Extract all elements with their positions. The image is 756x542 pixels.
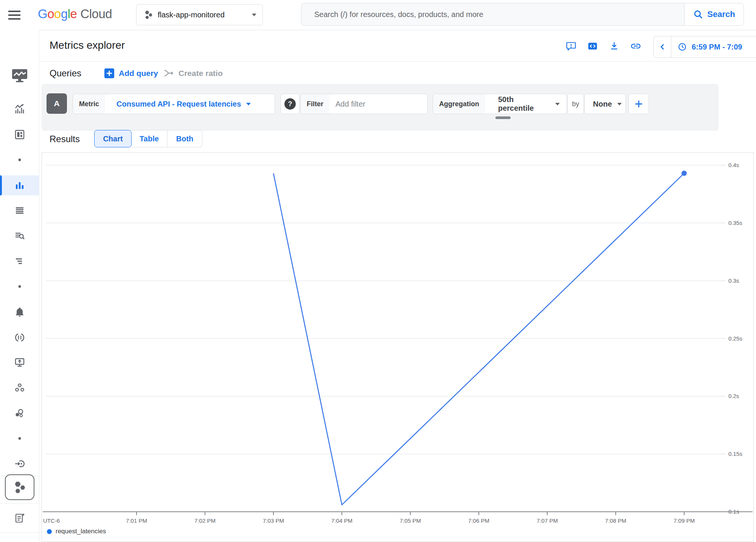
svg-text:7:09 PM: 7:09 PM <box>674 517 695 524</box>
release-notes-icon <box>14 513 25 524</box>
plus-icon <box>634 99 644 109</box>
sidebar-item-overview[interactable] <box>0 99 39 120</box>
svg-text:7:05 PM: 7:05 PM <box>400 517 421 524</box>
sidebar-item-monitoring-logo[interactable] <box>0 65 39 86</box>
svg-text:0.35s: 0.35s <box>728 220 742 226</box>
sidebar-item-log-search[interactable] <box>0 225 39 246</box>
metric-help-button[interactable]: ? <box>281 94 300 114</box>
metrics-explorer-icon <box>14 180 25 191</box>
download-button[interactable] <box>606 38 622 54</box>
monitoring-sidebar <box>0 30 39 542</box>
uptime-monitor-icon <box>14 357 25 368</box>
divider <box>0 61 756 62</box>
download-icon <box>609 41 619 51</box>
chevron-left-icon <box>658 42 668 52</box>
project-name: flask-app-monitored <box>158 11 225 19</box>
divider <box>0 533 39 533</box>
horizontal-scrollbar-thumb[interactable] <box>495 116 511 119</box>
search-button-label: Search <box>707 9 735 19</box>
add-query-label: Add query <box>119 69 158 78</box>
dot-icon <box>18 158 22 162</box>
filter-control[interactable]: Filter <box>300 94 428 114</box>
query-builder-panel: A Metric Consumed API - Request latencie… <box>42 84 719 131</box>
sidebar-item-metrics-explorer[interactable] <box>0 175 39 195</box>
dot-icon <box>18 285 22 288</box>
legend-item-request-latencies[interactable]: request_latencies <box>47 526 106 537</box>
create-ratio-button[interactable]: Create ratio <box>163 68 223 79</box>
log-list-icon <box>14 205 25 216</box>
chevron-down-icon <box>246 103 251 105</box>
code-view-button[interactable] <box>584 38 601 54</box>
time-back-button[interactable] <box>654 36 671 57</box>
aggregation-value: 50th percentile <box>498 95 550 113</box>
svg-text:UTC-6: UTC-6 <box>43 517 60 524</box>
monitoring-logo-icon <box>11 68 28 83</box>
series-color-dot <box>47 529 52 534</box>
hamburger-menu-button[interactable] <box>8 9 21 21</box>
sidebar-item-release-notes[interactable] <box>0 508 39 529</box>
share-link-button[interactable] <box>627 38 644 54</box>
line-chart[interactable]: 0.4s0.35s0.3s0.25s0.2s0.15s0.1s7:01 PM7:… <box>42 153 753 542</box>
search-button[interactable]: Search <box>684 3 744 25</box>
time-range-button[interactable]: 6:59 PM - 7:09 <box>671 42 742 52</box>
google-logo-letter: G <box>38 7 47 21</box>
search-input[interactable] <box>301 10 684 19</box>
toggle-both[interactable]: Both <box>168 130 202 147</box>
page-title: Metrics explorer <box>50 39 125 51</box>
sidebar-item-app-monitoring[interactable] <box>0 474 39 500</box>
metric-selector[interactable]: Metric Consumed API - Request latencies <box>73 94 275 114</box>
project-selector[interactable]: flask-app-monitored <box>136 4 263 25</box>
services-icon <box>14 382 25 393</box>
svg-text:7:02 PM: 7:02 PM <box>194 517 216 524</box>
toggle-table[interactable]: Table <box>131 130 168 147</box>
sidebar-item-alerting[interactable] <box>0 302 39 323</box>
sidebar-section-dot <box>0 149 39 170</box>
svg-text:0.25s: 0.25s <box>728 335 742 342</box>
toggle-chart[interactable]: Chart <box>94 130 132 147</box>
by-label: by <box>572 100 579 108</box>
trace-spans-icon <box>14 256 25 267</box>
chevron-down-icon <box>555 103 560 105</box>
query-letter-chip[interactable]: A <box>47 93 67 114</box>
svg-text:0.15s: 0.15s <box>728 451 742 457</box>
group-by-selector[interactable]: None <box>584 94 626 114</box>
search-icon <box>693 9 703 20</box>
link-icon <box>630 40 641 52</box>
dot-icon <box>18 437 22 440</box>
sidebar-item-error-reporting[interactable] <box>0 327 39 348</box>
google-logo-letter: l <box>68 7 70 21</box>
aggregation-selector[interactable]: Aggregation 50th percentile <box>433 94 567 114</box>
groups-icon <box>14 407 25 419</box>
feedback-button[interactable] <box>563 38 579 54</box>
time-range-text: 6:59 PM - 7:09 <box>692 43 742 51</box>
add-query-button[interactable]: Add query <box>104 68 158 79</box>
sidebar-item-services[interactable] <box>0 377 39 398</box>
chart-overview-icon <box>14 104 25 115</box>
sidebar-item-trace[interactable] <box>0 251 39 272</box>
sidebar-item-integrations[interactable] <box>0 453 39 474</box>
google-cloud-logo[interactable]: Google Cloud <box>38 7 112 21</box>
chevron-down-icon <box>252 14 256 16</box>
filter-input[interactable] <box>329 94 428 114</box>
create-ratio-icon <box>163 68 175 79</box>
sidebar-item-log-entries[interactable] <box>0 200 39 221</box>
sidebar-item-uptime-checks[interactable] <box>0 352 39 373</box>
time-range-control: 6:59 PM - 7:09 <box>654 36 756 58</box>
clock-icon <box>677 42 687 52</box>
create-ratio-label: Create ratio <box>179 69 223 78</box>
aggregation-label: Aggregation <box>433 94 485 114</box>
sidebar-item-dashboards[interactable] <box>0 124 39 145</box>
latency-chart-card[interactable]: 0.4s0.35s0.3s0.25s0.2s0.15s0.1s7:01 PM7:… <box>42 152 754 542</box>
svg-text:7:04 PM: 7:04 PM <box>331 517 352 524</box>
add-aggregation-button[interactable] <box>629 94 649 114</box>
add-query-plus-icon <box>104 68 115 79</box>
results-heading: Results <box>50 134 80 144</box>
code-icon <box>587 41 598 51</box>
results-view-toggle: Chart Table Both <box>94 130 202 147</box>
svg-text:7:08 PM: 7:08 PM <box>605 517 626 524</box>
help-icon: ? <box>284 98 296 110</box>
dashboards-icon <box>14 129 25 140</box>
metrics-explorer-page: Google Cloud flask-app-monitored S <box>0 0 756 542</box>
group-by-value: None <box>593 100 612 108</box>
sidebar-item-groups[interactable] <box>0 403 39 424</box>
